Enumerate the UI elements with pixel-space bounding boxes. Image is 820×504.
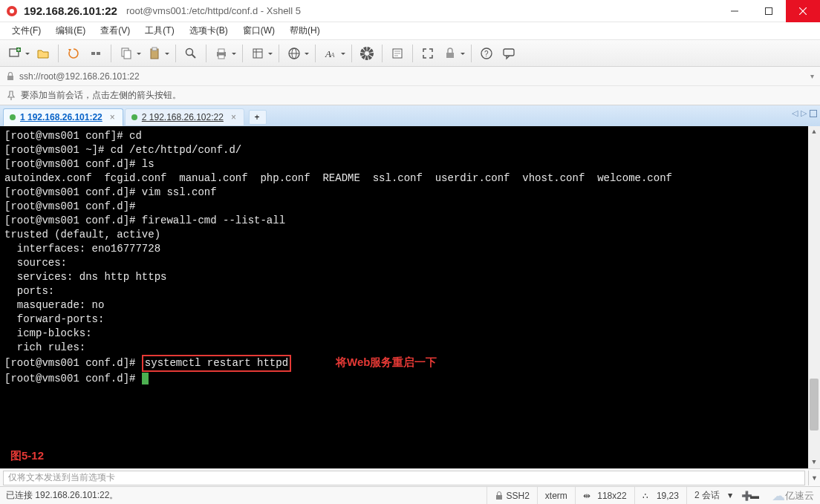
- terminal-area[interactable]: [root@vms001 conf]# cd [root@vms001 ~]# …: [0, 126, 820, 468]
- new-session-button[interactable]: [4, 43, 31, 64]
- session-tab-2[interactable]: 2 192.168.26.102:22 ×: [125, 108, 244, 126]
- terminal-line: [root@vms001 conf.d]#: [4, 372, 816, 386]
- tab-next-icon[interactable]: ▷: [801, 108, 807, 118]
- send-input-row: 仅将文本发送到当前选项卡 ▼: [0, 468, 820, 486]
- chat-button[interactable]: [498, 43, 519, 64]
- tab-close-icon[interactable]: ×: [110, 112, 115, 122]
- menu-tools[interactable]: 工具(T): [139, 23, 180, 39]
- svg-rect-19: [218, 49, 224, 53]
- tab-close-icon[interactable]: ×: [231, 112, 236, 122]
- terminal-scrollbar[interactable]: ▲ ▼: [808, 126, 820, 468]
- status-dot-icon: [131, 114, 137, 120]
- terminal-line: trusted (default, active): [4, 228, 816, 242]
- svg-text:A: A: [330, 51, 335, 59]
- window-title-bar: 192.168.26.101:22 root@vms001:/etc/httpd…: [0, 0, 820, 22]
- lock-button[interactable]: [440, 43, 466, 64]
- svg-rect-39: [496, 495, 502, 500]
- menu-view[interactable]: 查看(V): [94, 23, 136, 39]
- properties-button[interactable]: [247, 43, 274, 64]
- address-text[interactable]: ssh://root@192.168.26.101:22: [19, 71, 140, 82]
- copy-button[interactable]: [116, 43, 143, 64]
- svg-rect-21: [253, 49, 262, 58]
- maximize-button[interactable]: [752, 0, 786, 22]
- tab-list-icon[interactable]: [810, 110, 817, 117]
- svg-rect-34: [446, 53, 454, 58]
- status-bar: 已连接 192.168.26.101:22。 SSH2 xterm ⇹ 118x…: [0, 486, 820, 504]
- svg-rect-37: [504, 49, 514, 56]
- title-subtitle: root@vms001:/etc/httpd/conf.d - Xshell 5: [126, 5, 301, 16]
- pin-icon[interactable]: [6, 91, 16, 101]
- svg-rect-3: [766, 7, 772, 14]
- address-dropdown-icon[interactable]: ▾: [810, 72, 814, 80]
- close-button[interactable]: [786, 0, 820, 22]
- lock-icon: [495, 491, 504, 500]
- help-button[interactable]: ?: [476, 43, 497, 64]
- terminal-line: ports:: [4, 284, 816, 298]
- tab-label: 2 192.168.26.102:22: [142, 112, 224, 122]
- terminal-line: autoindex.conf fcgid.conf manual.conf ph…: [4, 171, 816, 186]
- send-mode-dropdown[interactable]: ▼: [808, 471, 820, 485]
- print-button[interactable]: [211, 43, 238, 64]
- tab-prev-icon[interactable]: ◁: [792, 108, 798, 118]
- tab-label: 1 192.168.26.101:22: [20, 112, 102, 122]
- menu-bar: 文件(F) 编辑(E) 查看(V) 工具(T) 选项卡(B) 窗口(W) 帮助(…: [0, 22, 820, 40]
- status-size: ⇹ 118x22: [575, 487, 634, 504]
- highlighted-command: systemctl restart httpd: [142, 355, 291, 372]
- terminal-line: masquerade: no: [4, 298, 816, 312]
- svg-point-29: [362, 49, 371, 58]
- brand-label: 亿速云: [785, 489, 814, 503]
- terminal-line: [root@vms001 ~]# cd /etc/httpd/conf.d/: [4, 143, 816, 157]
- annotation-text: 将Web服务重启一下: [336, 356, 437, 368]
- terminal-line: forward-ports:: [4, 312, 816, 327]
- svg-rect-11: [97, 52, 100, 55]
- terminal-line: [root@vms001 conf.d]#: [4, 200, 816, 214]
- svg-rect-38: [7, 76, 13, 80]
- add-tab-button[interactable]: +: [249, 110, 267, 125]
- scroll-up-icon[interactable]: ▲: [808, 126, 820, 138]
- menu-window[interactable]: 窗口(W): [237, 23, 281, 39]
- open-session-button[interactable]: [33, 43, 53, 64]
- menu-help[interactable]: 帮助(H): [284, 23, 326, 39]
- scroll-thumb[interactable]: [810, 379, 819, 431]
- language-button[interactable]: [284, 43, 310, 64]
- scroll-down-icon[interactable]: ▼: [808, 456, 820, 468]
- menu-tabs[interactable]: 选项卡(B): [183, 23, 234, 39]
- svg-line-17: [192, 54, 196, 58]
- status-dot-icon: [10, 114, 16, 120]
- reconnect-button[interactable]: [63, 43, 84, 64]
- lock-icon: [6, 72, 15, 81]
- disconnect-button[interactable]: [85, 43, 106, 64]
- tab-nav-controls[interactable]: ◁ ▷: [792, 108, 817, 118]
- terminal-line: interfaces: eno16777728: [4, 242, 816, 256]
- terminal-line: sources:: [4, 256, 816, 270]
- figure-label: 图5-12: [10, 448, 44, 462]
- find-button[interactable]: [180, 43, 201, 64]
- svg-rect-20: [218, 55, 224, 59]
- paste-button[interactable]: [144, 43, 171, 64]
- cursor-icon: [142, 373, 149, 384]
- session-tab-strip: 1 192.168.26.101:22 × 2 192.168.26.102:2…: [0, 105, 820, 126]
- fullscreen-button[interactable]: [417, 43, 438, 64]
- address-bar: ssh://root@192.168.26.101:22 ▾: [0, 67, 820, 86]
- svg-rect-13: [124, 50, 131, 59]
- svg-rect-10: [91, 52, 95, 55]
- script-button[interactable]: [387, 43, 408, 64]
- send-input[interactable]: 仅将文本发送到当前选项卡: [3, 471, 805, 485]
- terminal-line: [root@vms001 conf.d]# ls: [4, 157, 816, 171]
- terminal-line: [root@vms001 conf.d]# vim ssl.conf: [4, 186, 816, 200]
- hint-text: 要添加当前会话，点击左侧的箭头按钮。: [21, 89, 181, 102]
- svg-rect-15: [152, 48, 157, 50]
- font-button[interactable]: AA: [320, 43, 347, 64]
- status-protocol: SSH2: [487, 487, 537, 504]
- status-cursor-pos: ∴ 19,23: [634, 487, 686, 504]
- minimize-button[interactable]: [718, 0, 752, 22]
- svg-text:?: ?: [484, 50, 489, 58]
- svg-point-16: [186, 48, 193, 55]
- status-term-type: xterm: [537, 487, 575, 504]
- svg-point-1: [10, 9, 14, 13]
- menu-edit[interactable]: 编辑(E): [50, 23, 91, 39]
- session-tab-1[interactable]: 1 192.168.26.101:22 ×: [3, 108, 123, 126]
- color-scheme-button[interactable]: [357, 43, 377, 64]
- menu-file[interactable]: 文件(F): [6, 23, 47, 39]
- app-logo-icon: [6, 5, 18, 17]
